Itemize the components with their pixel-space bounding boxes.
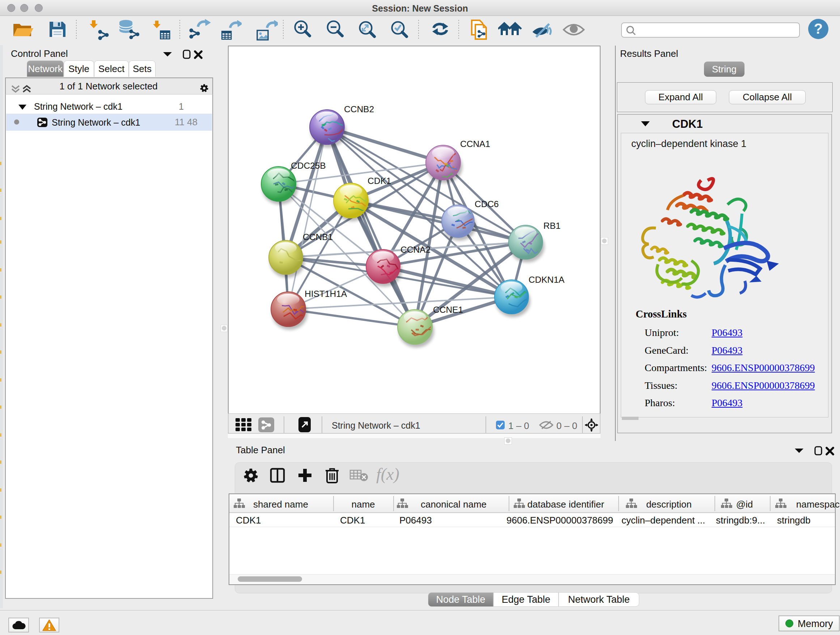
svg-text:HIST1H1A: HIST1H1A xyxy=(305,289,347,299)
svg-text:CDC25B: CDC25B xyxy=(291,161,326,171)
svg-text:CCNE1: CCNE1 xyxy=(433,305,463,315)
svg-text:CCNB1: CCNB1 xyxy=(303,232,333,242)
svg-text:CCNB2: CCNB2 xyxy=(344,104,374,114)
svg-text:CDKN1A: CDKN1A xyxy=(529,275,565,285)
svg-text:CCNA2: CCNA2 xyxy=(401,245,431,255)
svg-text:CDK1: CDK1 xyxy=(368,176,391,186)
svg-text:CDC6: CDC6 xyxy=(475,199,499,209)
svg-text:RB1: RB1 xyxy=(543,221,561,231)
svg-text:CCNA1: CCNA1 xyxy=(460,139,490,149)
